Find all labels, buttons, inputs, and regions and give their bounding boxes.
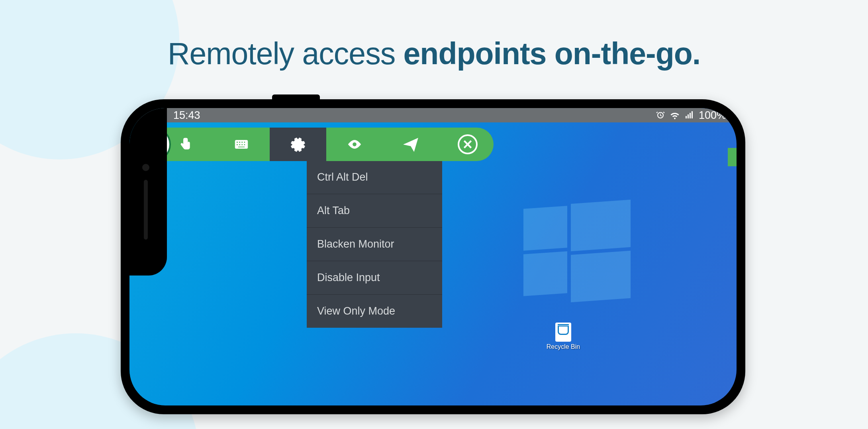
svg-rect-6	[239, 142, 241, 143]
phone-body: 15:43 100%	[121, 99, 745, 414]
svg-rect-10	[239, 144, 241, 146]
recycle-bin-label: Recycle Bin	[545, 343, 581, 350]
notch-speaker	[144, 180, 148, 240]
phone-screen: 15:43 100%	[129, 108, 737, 405]
eye-icon	[346, 136, 363, 153]
phone-notch	[129, 108, 167, 276]
toolbar-keyboard-button[interactable]	[213, 128, 270, 161]
recycle-bin-icon	[555, 323, 571, 342]
toolbar-settings-button[interactable]	[270, 128, 326, 161]
phone-frame: 15:43 100%	[121, 99, 745, 414]
menu-ctrl-alt-del[interactable]: Ctrl Alt Del	[307, 161, 442, 194]
toolbar-strip	[153, 128, 494, 161]
settings-dropdown: Ctrl Alt Del Alt Tab Blacken Monitor Dis…	[307, 161, 442, 328]
gear-icon	[290, 136, 306, 153]
status-right: 100%	[656, 109, 726, 122]
signal-icon	[684, 110, 694, 120]
svg-rect-5	[237, 142, 238, 143]
headline-prefix: Remotely access	[168, 36, 404, 71]
remote-toolbar	[137, 127, 494, 161]
status-time: 15:43	[173, 109, 200, 122]
svg-rect-7	[241, 142, 243, 143]
status-battery: 100%	[699, 109, 726, 122]
close-icon	[462, 139, 473, 150]
menu-blacken-monitor[interactable]: Blacken Monitor	[307, 227, 442, 261]
touch-icon	[176, 136, 193, 153]
send-icon	[403, 136, 419, 153]
recycle-bin[interactable]: Recycle Bin	[545, 323, 581, 350]
android-status-bar: 15:43 100%	[129, 108, 737, 122]
svg-rect-8	[244, 142, 245, 143]
menu-disable-input[interactable]: Disable Input	[307, 261, 442, 294]
alarm-icon	[656, 110, 665, 120]
svg-rect-9	[237, 144, 238, 146]
edge-user-tab[interactable]	[728, 148, 737, 166]
toolbar-send-button[interactable]	[383, 128, 439, 161]
toolbar-view-button[interactable]	[326, 128, 383, 161]
menu-view-only-mode[interactable]: View Only Mode	[307, 294, 442, 328]
headline-bold: endpoints on-the-go.	[404, 36, 701, 71]
svg-rect-12	[244, 144, 245, 146]
notch-camera	[142, 164, 149, 171]
phone-power-button	[272, 94, 320, 99]
keyboard-icon	[233, 136, 250, 153]
wifi-icon	[670, 110, 680, 120]
menu-alt-tab[interactable]: Alt Tab	[307, 194, 442, 227]
svg-rect-11	[241, 144, 243, 146]
svg-rect-13	[238, 146, 245, 148]
toolbar-close-button[interactable]	[458, 134, 478, 154]
headline: Remotely access endpoints on-the-go.	[0, 36, 868, 71]
